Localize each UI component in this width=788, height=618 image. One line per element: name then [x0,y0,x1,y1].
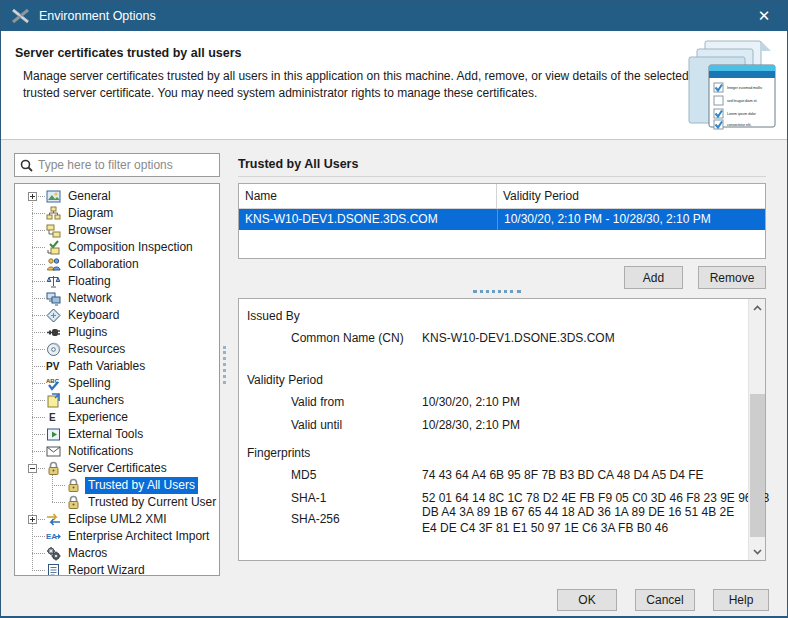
composition-inspection-icon [46,240,61,255]
diagram-icon [46,206,61,221]
table-row[interactable]: KNS-W10-DEV1.DSONE.3DS.COM 10/30/20, 2:1… [239,209,765,230]
sidebar-item-floating[interactable]: Floating [15,273,219,290]
lock-icon [66,478,81,493]
plugins-icon [46,325,61,340]
keyboard-icon [46,308,61,323]
sha256-label: SHA-256 [291,512,340,526]
environment-options-dialog: Environment Options ✕ Server certificate… [0,0,788,618]
sidebar-item-eclipse-uml2-xmi[interactable]: Eclipse UML2 XMI [15,511,219,528]
sidebar-item-browser[interactable]: Browser [15,222,219,239]
sidebar-item-spelling[interactable]: ABC Spelling [15,375,219,392]
sidebar-item-report-wizard[interactable]: Report Wizard [15,562,219,576]
external-tools-icon [46,427,61,442]
enterprise-architect-import-icon: EA [46,529,61,544]
scrollbar-thumb[interactable] [750,394,765,537]
valid-from-value: 10/30/20, 2:10 PM [422,395,520,409]
network-icon [46,291,61,306]
sidebar-item-trusted-by-current-user[interactable]: Trusted by Current User [15,494,219,511]
dialog-header: Server certificates trusted by all users… [1,31,787,140]
add-button[interactable]: Add [624,266,683,289]
sidebar-item-launchers[interactable]: Launchers [15,392,219,409]
titlebar[interactable]: Environment Options ✕ [1,1,787,31]
fingerprints-label: Fingerprints [247,446,310,460]
close-icon[interactable]: ✕ [741,1,787,31]
svg-text:EA: EA [46,532,57,541]
filter-container [14,153,220,177]
svg-text:E: E [49,412,56,423]
certificates-table[interactable]: Name Validity Period KNS-W10-DEV1.DSONE.… [238,183,766,259]
sidebar-item-diagram[interactable]: Diagram [15,205,219,222]
page-description-line1: Manage server certificates trusted by al… [23,69,689,83]
path-variables-icon: PV [46,359,61,374]
sidebar-item-resources[interactable]: Resources [15,341,219,358]
valid-until-value: 10/28/30, 2:10 PM [422,418,520,432]
common-name-label: Common Name (CN) [291,331,404,345]
scroll-down-icon[interactable] [749,543,766,560]
macros-icon [46,546,61,561]
sidebar-item-path-variables[interactable]: PV Path Variables [15,358,219,375]
certificate-details-panel: Issued By Common Name (CN) KNS-W10-DEV1.… [238,298,766,561]
valid-until-label: Valid until [291,418,342,432]
sidebar-item-external-tools[interactable]: External Tools [15,426,219,443]
svg-text:Lorem ipsum dolor: Lorem ipsum dolor [727,112,757,116]
browser-icon [46,223,61,238]
lock-icon [46,461,61,476]
horizontal-splitter-handle[interactable] [473,290,521,293]
magicdraw-x-icon [11,7,31,25]
svg-text:PV: PV [46,361,60,372]
page-title: Server certificates trusted by all users [15,46,242,60]
eclipse-uml2-xmi-icon [46,512,61,527]
validity-period-label: Validity Period [247,373,323,387]
sidebar-item-macros[interactable]: Macros [15,545,219,562]
column-header-validity-period[interactable]: Validity Period [497,184,765,208]
scroll-up-icon[interactable] [749,299,766,316]
sidebar-item-enterprise-architect-import[interactable]: EA Enterprise Architect Import [15,528,219,545]
sidebar-item-server-certificates[interactable]: Server Certificates [15,460,219,477]
cell-certificate-name: KNS-W10-DEV1.DSONE.3DS.COM [239,209,497,230]
notifications-icon [46,444,61,459]
cell-validity-period: 10/30/20, 2:10 PM - 10/28/30, 2:10 PM [497,209,765,230]
valid-from-label: Valid from [291,395,344,409]
collapse-minus-icon[interactable] [28,464,37,473]
issued-by-label: Issued By [247,309,300,323]
cancel-button[interactable]: Cancel [635,589,695,611]
table-header-row: Name Validity Period [239,184,765,209]
filter-input[interactable] [38,158,214,172]
spelling-icon: ABC [46,376,61,391]
ok-button[interactable]: OK [557,589,617,611]
svg-text:consectetur elit.: consectetur elit. [727,123,752,127]
collaboration-icon [46,257,61,272]
floating-icon [46,274,61,289]
certificates-illustration-icon: Integer euismod mollis sed feugiat diam … [679,39,781,135]
page-description-line2: trusted server certificate. You may need… [23,86,537,100]
resources-icon [46,342,61,357]
sidebar-item-network[interactable]: Network [15,290,219,307]
help-button[interactable]: Help [713,589,769,611]
svg-text:sed feugiat diam et.: sed feugiat diam et. [727,99,758,103]
sha1-label: SHA-1 [291,491,326,505]
general-icon [46,189,61,204]
expand-plus-icon[interactable] [28,192,37,201]
md5-value: 74 43 64 A4 6B 95 8F 7B B3 BD CA 48 D4 A… [422,468,704,482]
remove-button[interactable]: Remove [698,266,766,289]
sidebar-item-general[interactable]: General [15,188,219,205]
expand-plus-icon[interactable] [28,515,37,524]
sidebar-item-keyboard[interactable]: Keyboard [15,307,219,324]
sidebar-item-experience[interactable]: E Experience [15,409,219,426]
heading-divider [238,176,766,177]
vertical-splitter-handle[interactable] [223,346,226,384]
sha1-value: 52 01 64 14 8C 1C 78 D2 4E FB F9 05 C0 3… [422,491,770,505]
launchers-icon [46,393,61,408]
column-header-name[interactable]: Name [239,184,497,208]
sidebar-item-plugins[interactable]: Plugins [15,324,219,341]
sidebar-item-composition-inspection[interactable]: Composition Inspection [15,239,219,256]
search-icon [20,159,33,172]
common-name-value: KNS-W10-DEV1.DSONE.3DS.COM [422,331,615,345]
sidebar-item-collaboration[interactable]: Collaboration [15,256,219,273]
sidebar-item-notifications[interactable]: Notifications [15,443,219,460]
window-title: Environment Options [39,9,156,23]
svg-text:Integer euismod mollis: Integer euismod mollis [727,86,762,90]
details-scrollbar[interactable] [748,299,765,560]
report-wizard-icon [46,563,61,576]
sidebar-item-trusted-by-all-users[interactable]: Trusted by All Users [15,477,219,494]
